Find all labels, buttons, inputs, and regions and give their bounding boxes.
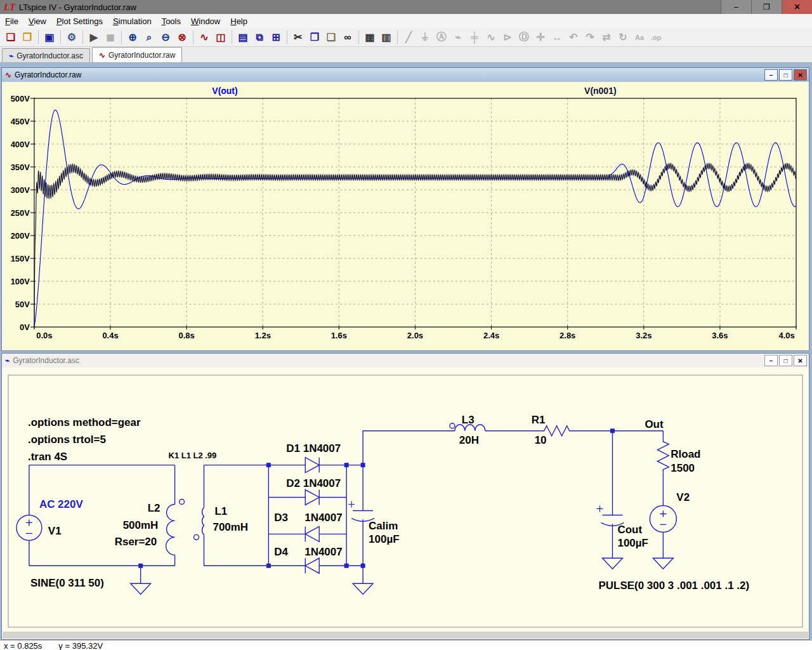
waveform-plot[interactable]: V(out)V(n001) 0V50V100V150V200V250V300V3… (3, 82, 808, 350)
waveform-pane[interactable]: V(out)V(n001) 0V50V100V150V200V250V300V3… (3, 82, 808, 350)
rload-value-label[interactable]: 1500 (671, 462, 695, 474)
print-icon[interactable]: ▦ (362, 30, 377, 45)
d1-label[interactable]: D1 1N4007 (286, 442, 341, 454)
l1-name-label[interactable]: L1 (214, 505, 227, 517)
cut-icon[interactable]: ✂ (291, 30, 306, 45)
zoom-out-icon[interactable]: ⊖ (158, 30, 173, 45)
schematic-minimize-button[interactable]: – (764, 355, 778, 366)
l1-value-label[interactable]: 700mH (213, 521, 248, 533)
place-net-label-icon: Ⓐ (434, 30, 449, 45)
restore-button[interactable]: ❐ (751, 0, 782, 14)
menu-file[interactable]: File (0, 17, 23, 26)
l2-name-label[interactable]: L2 (148, 502, 160, 514)
plot-grid (34, 98, 796, 327)
tab-gyratorinductor.raw[interactable]: ∿GyratorInductor.raw (92, 47, 182, 63)
x-tick-label: 3.2s (636, 331, 652, 340)
zoom-full-extents-icon[interactable]: ⊗ (174, 30, 190, 45)
waveform-close-button[interactable]: ✕ (794, 69, 807, 81)
draw-wire-icon: ╱ (401, 30, 416, 45)
d4-label[interactable]: D4 1N4007 (274, 546, 342, 558)
l3-name-label[interactable]: L3 (462, 414, 475, 426)
menu-plot-settings[interactable]: Plot Settings (51, 17, 108, 26)
d3-label[interactable]: D3 1N4007 (274, 512, 342, 524)
cursor-y-readout: y = 395.32V (58, 641, 103, 650)
l2-value-label[interactable]: 500mH (123, 519, 159, 531)
y-tick-label: 150V (11, 254, 30, 263)
v1-comment-label[interactable]: AC 220V (39, 498, 84, 510)
control-panel-icon[interactable]: ⚙ (64, 30, 79, 45)
v1-value-label[interactable]: SINE(0 311 50) (30, 577, 104, 589)
r1-value-label[interactable]: 10 (535, 434, 547, 446)
cascade-windows-icon[interactable]: ⧉ (252, 30, 267, 45)
zoom-pan-icon[interactable]: ⌕ (141, 30, 157, 45)
l3-value-label[interactable]: 20H (459, 434, 479, 446)
menu-tools[interactable]: Tools (157, 17, 186, 26)
d2-label[interactable]: D2 1N4007 (286, 477, 341, 489)
y-tick-label: 450V (11, 117, 30, 126)
open-file-icon[interactable]: ❐ (20, 30, 35, 45)
close-button[interactable]: ✕ (782, 0, 812, 14)
paste-icon[interactable]: ❑ (324, 30, 339, 45)
waveform-window-title-bar[interactable]: ∿ GyratorInductor.raw – □ ✕ (2, 68, 809, 82)
menu-bar: FileViewPlot SettingsSimulationToolsWind… (0, 14, 812, 29)
spice-directive-tran[interactable]: .tran 4S (28, 451, 67, 463)
find-icon[interactable]: ∞ (340, 30, 355, 45)
run-simulation-icon[interactable]: ▶ (86, 30, 102, 45)
v2-name-label[interactable]: V2 (676, 492, 690, 504)
save-icon[interactable]: ▣ (42, 30, 57, 45)
v2-value-label[interactable]: PULSE(0 300 3 .001 .001 .1 .2) (599, 580, 750, 592)
schematic-maximize-button[interactable]: □ (779, 355, 792, 366)
schematic-window-title-bar[interactable]: ⌁ GyratorInductor.asc – □ ✕ (2, 354, 809, 368)
x-tick-label: 2.4s (483, 331, 499, 340)
legend-V(n001)[interactable]: V(n001) (584, 86, 616, 96)
l2-rser-label[interactable]: Rser=20 (115, 536, 157, 548)
out-net-label[interactable]: Out (645, 418, 664, 430)
tile-horizontal-icon[interactable]: ▤ (235, 30, 251, 45)
y-tick-label: 100V (11, 277, 30, 286)
trace-legend[interactable]: V(out)V(n001) (212, 86, 616, 96)
tab-gyratorinductor.asc[interactable]: ⌁GyratorInductor.asc (2, 48, 90, 62)
menu-simulation[interactable]: Simulation (108, 17, 157, 26)
schematic-canvas[interactable]: .options method=gear .options trtol=5 .t… (3, 368, 808, 632)
toolbar: ❏❐▣⚙▶◼⊕⌕⊖⊗∿◫▤⧉⊞✂❐❑∞▦▥╱⏚Ⓐ⌁╪∿⊳Ⓓ✛↔↶↷⇄↻Aa.op (0, 28, 812, 47)
menu-view[interactable]: View (23, 17, 51, 26)
coupling-directive[interactable]: K1 L1 L2 .99 (169, 451, 217, 460)
menu-window[interactable]: Window (186, 17, 225, 26)
calim-name-label[interactable]: Calim (369, 520, 398, 532)
schematic-window-title: GyratorInductor.asc (13, 356, 79, 365)
y-tick-label: 200V (11, 231, 30, 241)
axis-tick-labels: 0V50V100V150V200V250V300V350V400V450V500… (11, 94, 795, 340)
undo-icon: ↶ (566, 30, 581, 45)
print-preview-icon[interactable]: ▥ (379, 30, 394, 45)
cout-name-label[interactable]: Cout (617, 524, 642, 536)
waveform-maximize-button[interactable]: □ (779, 69, 792, 81)
legend-V(out)[interactable]: V(out) (212, 86, 237, 96)
status-bar: x = 0.825s y = 395.32V (0, 640, 812, 650)
menu-help[interactable]: Help (225, 17, 252, 26)
toolbar-separator (121, 30, 122, 44)
schematic-drawing[interactable]: .options method=gear .options trtol=5 .t… (3, 368, 808, 632)
y-tick-label: 300V (11, 185, 30, 195)
cursor-x-readout: x = 0.825s (4, 641, 42, 650)
r1-name-label[interactable]: R1 (532, 414, 546, 426)
waveform-minimize-button[interactable]: – (764, 69, 778, 81)
schematic-close-button[interactable]: ✕ (794, 355, 807, 366)
minimize-button[interactable]: – (721, 0, 751, 14)
spice-directive-method[interactable]: .options method=gear (28, 416, 141, 428)
x-tick-label: 0.4s (102, 331, 118, 340)
tile-vertical-icon[interactable]: ⊞ (268, 30, 284, 45)
y-tick-label: 50V (15, 300, 30, 309)
copy-icon[interactable]: ❐ (307, 30, 322, 45)
new-schematic-icon[interactable]: ❏ (3, 30, 18, 45)
v1-name-label[interactable]: V1 (48, 525, 62, 537)
cout-value-label[interactable]: 100µF (617, 537, 648, 549)
calim-value-label[interactable]: 100µF (369, 533, 399, 545)
zoom-in-icon[interactable]: ⊕ (125, 30, 140, 45)
waveform-window: ∿ GyratorInductor.raw – □ ✕ V(out)V(n001… (1, 67, 809, 351)
toolbar-separator (358, 30, 359, 44)
place-diode-icon: ⊳ (500, 30, 515, 45)
rload-name-label[interactable]: Rload (671, 448, 700, 460)
spice-directive-trtol[interactable]: .options trtol=5 (28, 434, 106, 446)
autorange-y-axis-icon[interactable]: ∿ (197, 30, 212, 45)
plot-settings-icon[interactable]: ◫ (213, 30, 228, 45)
